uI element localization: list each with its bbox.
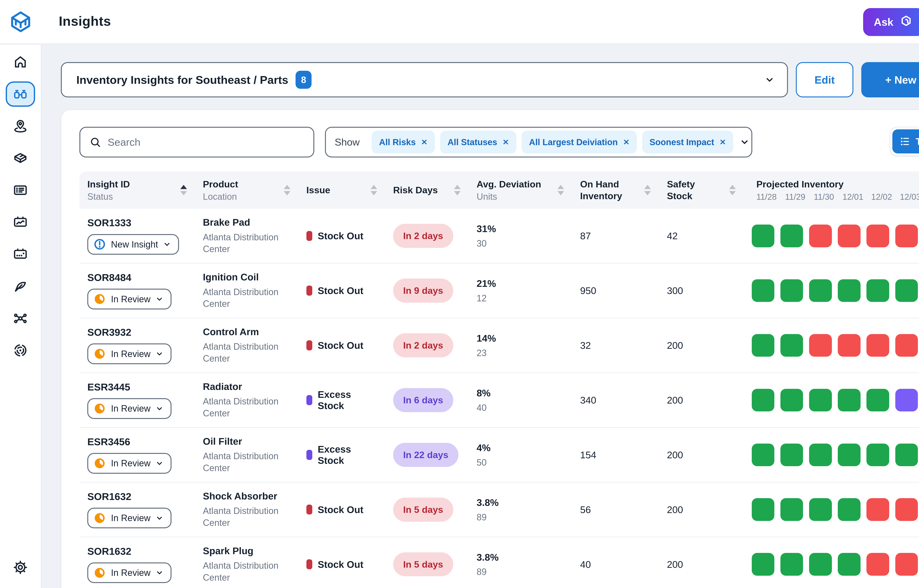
sidebar-item-settings[interactable] (6, 555, 35, 580)
cell-product: Control ArmAtlanta Distribution Center (195, 326, 298, 365)
cell-risk-days: In 9 days (385, 279, 468, 303)
filter-chips: All Risks✕All Statuses✕All Largest Deivi… (371, 131, 733, 153)
product-name: Oil Filter (203, 436, 291, 447)
projected-day-red (895, 225, 918, 247)
sort-control[interactable] (284, 185, 291, 195)
filter-chip[interactable]: All Statuses✕ (440, 131, 516, 153)
filter-chip[interactable]: All Risks✕ (371, 131, 435, 153)
sidebar-item-insights[interactable] (6, 81, 35, 107)
cell-safety-stock: 200 (659, 449, 744, 460)
sort-control[interactable] (729, 185, 736, 195)
column-header: Safety Stock (659, 171, 744, 209)
status-dropdown[interactable]: In Review (87, 343, 171, 364)
table-row: ESR3445In ReviewRadiatorAtlanta Distribu… (79, 373, 919, 428)
status-dropdown[interactable]: In Review (87, 453, 171, 474)
cell-issue: Stock Out (298, 559, 385, 570)
cell-on-hand: 40 (572, 559, 659, 570)
status-dropdown[interactable]: In Review (87, 508, 171, 528)
sidebar-item-targets[interactable] (6, 338, 35, 363)
sidebar-item-locations[interactable] (6, 113, 35, 139)
search-icon (89, 136, 102, 149)
cell-deviation: 3.8%89 (468, 552, 572, 577)
product-location: Atlanta Distribution Center (203, 286, 287, 310)
projected-day-green (838, 498, 861, 521)
package-icon (13, 150, 28, 166)
deviation-percent: 21% (476, 278, 564, 289)
cell-issue: Stock Out (298, 340, 385, 351)
projected-day-green (838, 444, 861, 466)
status-dropdown[interactable]: In Review (87, 289, 171, 309)
ask-button[interactable]: Ask (863, 8, 919, 36)
date-label: 12/01 (843, 192, 865, 202)
close-icon[interactable]: ✕ (720, 137, 726, 147)
sidebar-item-inventory[interactable] (6, 145, 35, 171)
insight-id: ESR3456 (87, 436, 187, 447)
sort-control[interactable] (557, 185, 564, 195)
sort-control[interactable] (371, 185, 377, 195)
cell-insight-id: SOR8484In Review (79, 272, 195, 309)
filter-chip-label: Soonest Impact (649, 137, 714, 147)
filter-chip[interactable]: All Largest Deiviation✕ (522, 131, 637, 153)
column-header: ProductLocation (195, 171, 298, 209)
projected-day-green (866, 444, 889, 466)
status-label: In Review (111, 568, 150, 578)
sort-control[interactable] (454, 185, 460, 195)
sidebar-item-reports[interactable] (6, 210, 35, 235)
status-dropdown[interactable]: New Insight (87, 234, 179, 255)
projected-day-green (780, 444, 803, 466)
new-insight-watchlist-button[interactable]: + New Insight Watchlist (861, 62, 919, 98)
risk-days-badge: In 6 days (393, 388, 453, 412)
sort-asc-icon (729, 185, 736, 189)
watchlist-select[interactable]: Inventory Insights for Southeast / Parts… (61, 62, 788, 98)
sidebar-item-sustainability[interactable] (6, 274, 35, 299)
product-location: Atlanta Distribution Center (203, 505, 287, 529)
cell-on-hand: 56 (572, 504, 659, 515)
chevron-down-icon[interactable] (739, 137, 750, 147)
risk-days-badge: In 5 days (393, 498, 453, 522)
deviation-units: 89 (476, 567, 564, 577)
cell-safety-stock: 200 (659, 340, 744, 351)
column-title: Risk Days (393, 184, 438, 196)
chevron-down-icon (155, 569, 164, 577)
sidebar-item-home[interactable] (6, 49, 35, 75)
filter-chip[interactable]: Soonest Impact✕ (642, 131, 733, 153)
cell-on-hand: 950 (572, 285, 659, 296)
column-title: Avg. Deviation (476, 178, 541, 190)
cell-insight-id: ESR3456In Review (79, 436, 195, 474)
projected-dates: 11/2811/2911/3012/0112/0212/0312/04 (756, 192, 919, 202)
status-dropdown[interactable]: In Review (87, 562, 171, 583)
product-location: Atlanta Distribution Center (203, 231, 287, 255)
search-input[interactable] (108, 136, 305, 148)
sort-control[interactable] (180, 185, 187, 195)
sidebar-item-planning[interactable] (6, 242, 35, 267)
list-card-icon (13, 183, 28, 198)
edit-button[interactable]: Edit (796, 62, 853, 98)
projected-day-green (866, 279, 889, 302)
product-location: Atlanta Distribution Center (203, 341, 287, 364)
close-icon[interactable]: ✕ (623, 137, 630, 147)
sidebar-item-orders[interactable] (6, 178, 35, 203)
sort-desc-icon (454, 191, 460, 195)
page-title: Insights (59, 13, 111, 29)
status-label: In Review (111, 349, 150, 359)
view-toggle-table[interactable]: Table (892, 129, 919, 153)
home-icon (13, 54, 28, 70)
status-dropdown[interactable]: In Review (87, 398, 171, 419)
sort-desc-icon (371, 191, 377, 195)
risk-days-badge: In 2 days (393, 333, 453, 357)
sort-desc-icon (557, 191, 564, 195)
column-title: Product (203, 178, 238, 190)
gear-icon (13, 560, 28, 575)
close-icon[interactable]: ✕ (421, 137, 428, 147)
date-label: 12/02 (871, 192, 894, 202)
cell-deviation: 4%50 (468, 442, 572, 468)
close-icon[interactable]: ✕ (502, 137, 509, 147)
sidebar-item-network[interactable] (6, 306, 35, 331)
projected-day-green (752, 334, 775, 357)
projected-day-red (838, 225, 861, 247)
projected-day-red (866, 498, 889, 521)
deviation-units: 12 (476, 293, 564, 304)
alert-circle-icon (93, 237, 107, 251)
sort-control[interactable] (644, 185, 651, 195)
cell-issue: Stock Out (298, 504, 385, 515)
